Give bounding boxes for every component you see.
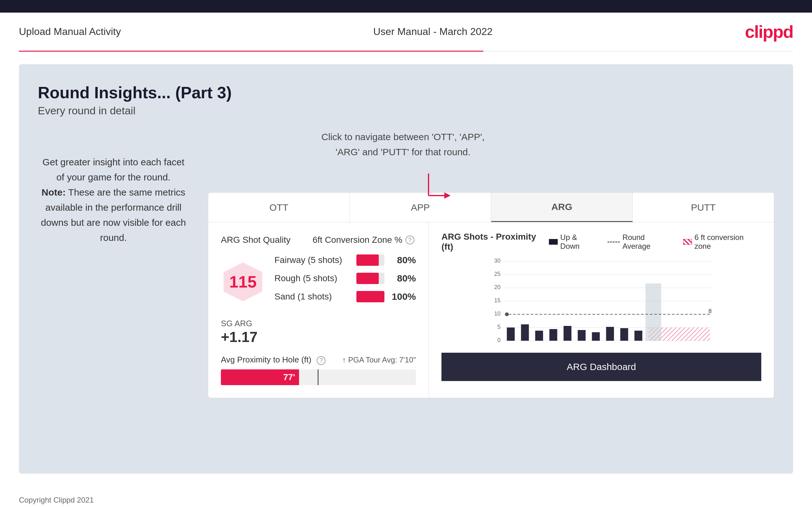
main-content: Round Insights... (Part 3) Every round i…: [19, 64, 793, 473]
left-description: Get greater insight into each facet of y…: [38, 155, 189, 245]
nav-hint: Click to navigate between 'OTT', 'APP','…: [321, 129, 485, 160]
sand-bar: [356, 291, 385, 302]
proximity-label: Avg Proximity to Hole (ft) ?: [221, 355, 325, 365]
shot-row-sand: Sand (1 shots) 100%: [274, 291, 416, 302]
rough-label: Rough (5 shots): [274, 273, 356, 283]
tab-ott[interactable]: OTT: [208, 193, 350, 222]
sg-label: SG ARG: [221, 319, 416, 329]
dashboard-wrapper: OTT APP ARG PUTT ARG Shot Quality 6ft Co…: [208, 129, 774, 398]
tab-putt[interactable]: PUTT: [633, 193, 774, 222]
svg-text:20: 20: [494, 284, 500, 290]
header: Upload Manual Activity User Manual - Mar…: [0, 13, 812, 51]
page-subtitle: Every round in detail: [38, 105, 774, 117]
svg-rect-23: [550, 329, 557, 341]
svg-rect-26: [592, 332, 600, 341]
tabs-row: OTT APP ARG PUTT: [208, 193, 774, 222]
chart-svg: 30 25 20 15 10 5 0: [442, 258, 761, 353]
legend-round-avg: Round Average: [608, 233, 674, 251]
upload-manual-link[interactable]: Upload Manual Activity: [19, 26, 121, 38]
fairway-bar-fill: [356, 255, 379, 266]
svg-text:10: 10: [494, 311, 500, 317]
sg-value: +1.17: [221, 329, 416, 345]
shots-list: Fairway (5 shots) 80% Rough (5 shots): [274, 255, 416, 309]
svg-point-31: [505, 313, 509, 316]
left-stats: ARG Shot Quality 6ft Conversion Zone % ?…: [208, 222, 429, 398]
tab-app[interactable]: APP: [350, 193, 491, 222]
section-title-row: ARG Shot Quality 6ft Conversion Zone % ?: [221, 235, 416, 245]
dashboard-card: OTT APP ARG PUTT ARG Shot Quality 6ft Co…: [208, 192, 774, 398]
chart-title: ARG Shots - Proximity (ft): [442, 232, 549, 252]
hex-score-value: 115: [230, 272, 257, 291]
svg-rect-27: [606, 327, 614, 341]
svg-text:25: 25: [494, 271, 500, 277]
sg-section: SG ARG +1.17: [221, 319, 416, 345]
svg-text:30: 30: [494, 258, 500, 264]
chart-area: 30 25 20 15 10 5 0: [442, 258, 761, 353]
sand-label: Sand (1 shots): [274, 292, 356, 302]
footer: Copyright Clippd 2021: [0, 486, 812, 507]
svg-rect-30: [646, 283, 661, 341]
fairway-bar: [356, 255, 385, 266]
legend-up-down-sq: [549, 239, 558, 245]
hex-shape: 115: [221, 260, 265, 304]
fairway-pct: 80%: [391, 255, 416, 266]
pga-avg-label: ↑ PGA Tour Avg: 7'10": [342, 355, 416, 364]
svg-text:8: 8: [708, 308, 711, 314]
shot-quality-label: ARG Shot Quality: [221, 235, 291, 245]
sand-pct: 100%: [391, 291, 416, 302]
fairway-label: Fairway (5 shots): [274, 255, 356, 265]
shot-row-rough: Rough (5 shots) 80%: [274, 273, 416, 284]
arg-dashboard-button[interactable]: ARG Dashboard: [442, 353, 761, 381]
proximity-section: Avg Proximity to Hole (ft) ? ↑ PGA Tour …: [221, 355, 416, 385]
left-panel: Get greater insight into each facet of y…: [38, 129, 189, 245]
svg-rect-25: [578, 330, 586, 341]
proximity-bar-container: 77': [221, 370, 416, 385]
sand-bar-fill: [356, 291, 385, 302]
help-icon[interactable]: ?: [406, 235, 414, 244]
rough-bar-fill: [356, 273, 379, 284]
page-title: Round Insights... (Part 3): [38, 83, 774, 102]
shot-row-fairway: Fairway (5 shots) 80%: [274, 255, 416, 266]
svg-rect-24: [564, 326, 571, 341]
right-chart: ARG Shots - Proximity (ft) Up & Down Rou…: [429, 222, 774, 398]
proximity-bar-fill: 77': [221, 370, 299, 385]
note-label: Note:: [42, 187, 66, 198]
svg-text:5: 5: [497, 324, 500, 330]
svg-marker-2: [444, 192, 451, 199]
legend-up-down: Up & Down: [549, 233, 598, 251]
proximity-header: Avg Proximity to Hole (ft) ? ↑ PGA Tour …: [221, 355, 416, 365]
legend-conversion-label: 6 ft conversion zone: [695, 233, 761, 251]
svg-rect-29: [635, 331, 643, 341]
copyright-text: Copyright Clippd 2021: [19, 496, 94, 504]
legend-conversion-hatch: [683, 239, 692, 245]
content-layout: Get greater insight into each facet of y…: [38, 129, 774, 398]
svg-text:15: 15: [494, 297, 500, 303]
legend-round-avg-label: Round Average: [622, 233, 674, 251]
legend-up-down-label: Up & Down: [560, 233, 598, 251]
logo-area: clippd: [745, 21, 793, 42]
tab-arg[interactable]: ARG: [491, 193, 633, 222]
svg-rect-22: [535, 331, 543, 341]
conversion-label: 6ft Conversion Zone %: [313, 235, 402, 245]
legend-round-avg-dash: [608, 241, 620, 242]
arrow-indicator: [425, 170, 451, 210]
rough-pct: 80%: [391, 273, 416, 284]
svg-rect-28: [620, 328, 628, 341]
header-divider: [19, 51, 793, 52]
proximity-marker: [318, 370, 318, 385]
svg-rect-21: [521, 324, 529, 341]
legend-conversion: 6 ft conversion zone: [683, 233, 761, 251]
svg-text:0: 0: [497, 337, 500, 343]
card-body: ARG Shot Quality 6ft Conversion Zone % ?…: [208, 222, 774, 398]
document-title: User Manual - March 2022: [373, 26, 493, 38]
svg-rect-20: [507, 328, 515, 341]
hexagon-score-row: 115 Fairway (5 shots) 80%: [221, 255, 416, 309]
top-bar: [0, 0, 812, 13]
clippd-logo: clippd: [745, 21, 793, 42]
proximity-value: 77': [283, 372, 295, 382]
rough-bar: [356, 273, 385, 284]
chart-legend: Up & Down Round Average 6 ft conversion …: [549, 233, 761, 251]
chart-header: ARG Shots - Proximity (ft) Up & Down Rou…: [442, 232, 761, 252]
proximity-help-icon[interactable]: ?: [317, 356, 325, 365]
